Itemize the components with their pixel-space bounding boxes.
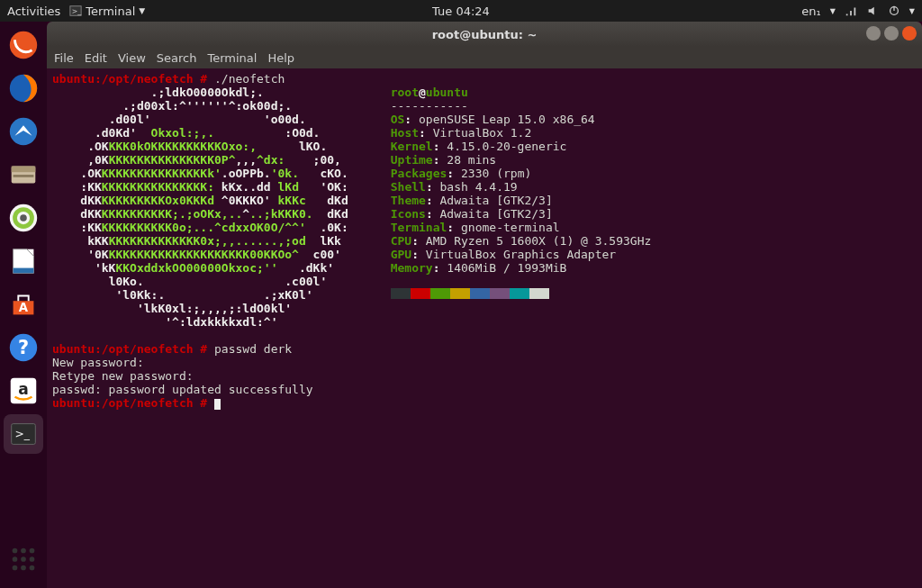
thunderbird-icon <box>6 114 41 149</box>
svg-text:A: A <box>19 301 29 314</box>
svg-point-26 <box>21 556 26 562</box>
svg-point-4 <box>10 32 37 59</box>
software-center-icon: A <box>6 287 41 321</box>
terminal-launcher[interactable]: >_ <box>4 414 43 454</box>
firefox-launcher[interactable] <box>4 68 43 108</box>
volume-icon[interactable] <box>866 5 879 17</box>
network-icon[interactable] <box>845 5 857 17</box>
power-icon[interactable] <box>888 5 900 17</box>
nautilus-icon <box>6 158 41 192</box>
svg-point-30 <box>30 565 35 571</box>
window-titlebar[interactable]: root@ubuntu: ~ <box>47 22 922 47</box>
keyboard-layout-indicator[interactable]: en₁ <box>801 5 820 18</box>
apps-grid-icon <box>6 542 41 576</box>
menu-file[interactable]: File <box>54 51 74 65</box>
help-launcher[interactable]: ? <box>4 328 43 367</box>
amazon-launcher[interactable]: a <box>4 371 43 411</box>
software-center-launcher[interactable]: A <box>4 285 43 324</box>
launcher-dock: A?a>_ <box>0 22 47 588</box>
svg-text:>_: >_ <box>15 428 31 440</box>
window-title: root@ubuntu: ~ <box>432 28 538 41</box>
svg-point-22 <box>13 548 18 554</box>
chevron-down-icon: ▼ <box>909 7 915 15</box>
terminal-icon: >_ <box>6 417 41 451</box>
svg-point-24 <box>30 548 35 554</box>
thunderbird-launcher[interactable] <box>4 112 43 151</box>
activities-button[interactable]: Activities <box>7 5 60 18</box>
show-applications-button[interactable] <box>4 539 43 579</box>
chevron-down-icon: ▼ <box>830 7 836 15</box>
help-icon: ? <box>6 330 41 365</box>
files-app-launcher[interactable] <box>4 25 43 65</box>
rhythmbox-launcher[interactable] <box>4 198 43 238</box>
menu-terminal[interactable]: Terminal <box>207 51 257 65</box>
cursor <box>214 399 221 410</box>
svg-point-12 <box>20 214 27 222</box>
window-maximize-button[interactable] <box>884 26 899 41</box>
menu-search[interactable]: Search <box>157 51 197 65</box>
svg-point-28 <box>13 565 18 571</box>
terminal-icon: >_ <box>69 5 82 17</box>
top-panel: Activities >_ Terminal ▼ Tue 04:24 en₁ ▼… <box>0 0 922 22</box>
svg-text:a: a <box>18 380 29 398</box>
terminal-output[interactable]: ubuntu:/opt/neofetch # ./neofetch .;ldkO… <box>47 68 922 588</box>
svg-point-6 <box>10 118 37 145</box>
libreoffice-writer-icon <box>6 244 41 278</box>
svg-point-25 <box>13 556 18 562</box>
svg-text:>_: >_ <box>72 7 82 15</box>
libreoffice-writer-launcher[interactable] <box>4 241 43 281</box>
svg-point-23 <box>21 548 26 554</box>
rhythmbox-icon <box>6 201 41 235</box>
svg-rect-14 <box>14 268 34 274</box>
nautilus-launcher[interactable] <box>4 155 43 194</box>
clock: Tue 04:24 <box>432 5 490 18</box>
svg-text:?: ? <box>18 337 29 358</box>
menu-help[interactable]: Help <box>267 51 294 65</box>
chevron-down-icon: ▼ <box>139 6 145 15</box>
svg-point-27 <box>30 556 35 562</box>
amazon-icon: a <box>6 374 41 408</box>
window-close-button[interactable] <box>902 26 917 41</box>
files-app-icon <box>6 28 41 62</box>
svg-rect-9 <box>14 175 34 177</box>
firefox-icon <box>6 71 41 105</box>
svg-rect-8 <box>12 167 36 173</box>
menubar: FileEditViewSearchTerminalHelp <box>47 47 922 68</box>
menu-view[interactable]: View <box>118 51 146 65</box>
svg-point-29 <box>21 565 26 571</box>
terminal-window: root@ubuntu: ~ FileEditViewSearchTermina… <box>47 22 922 588</box>
app-menu[interactable]: >_ Terminal ▼ <box>69 5 145 18</box>
window-minimize-button[interactable] <box>866 26 881 41</box>
menu-edit[interactable]: Edit <box>85 51 107 65</box>
